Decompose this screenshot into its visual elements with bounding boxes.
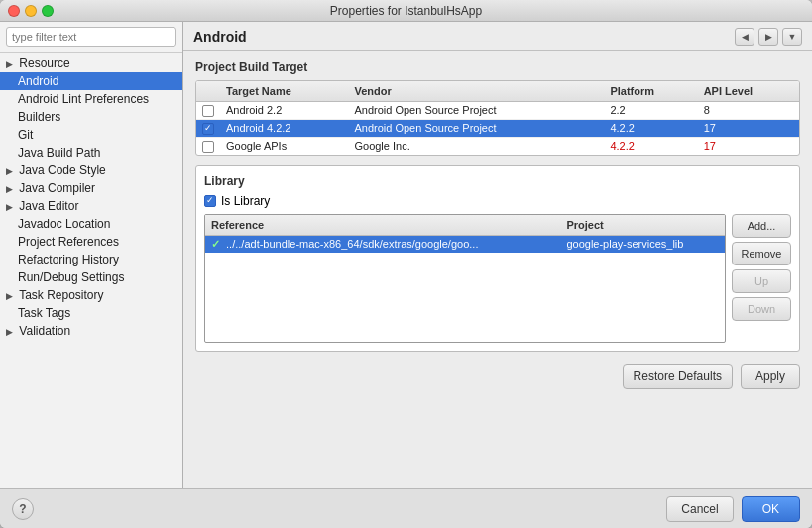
- library-section: Library Is Library Reference Project: [195, 165, 800, 352]
- sidebar-item-label: Java Compiler: [19, 181, 95, 195]
- arrow-icon: ▶: [6, 287, 16, 304]
- table-row[interactable]: Android 4.2.2 Android Open Source Projec…: [196, 119, 799, 137]
- up-button[interactable]: Up: [732, 269, 791, 293]
- sidebar-item-git[interactable]: Git: [0, 126, 182, 144]
- table-row[interactable]: Google APIs Google Inc. 4.2.2 17: [196, 137, 799, 155]
- checkbox-checked-icon: [202, 123, 214, 135]
- sidebar-item-android-lint[interactable]: Android Lint Preferences: [0, 90, 182, 108]
- title-bar: Properties for IstanbulHsApp: [0, 0, 812, 22]
- close-button[interactable]: [8, 5, 20, 17]
- panel-footer-buttons: Restore Defaults Apply: [195, 364, 800, 389]
- row-check-cell: [196, 119, 220, 137]
- arrow-icon: ▶: [6, 55, 16, 72]
- sidebar-item-label: Java Build Path: [18, 146, 100, 159]
- ok-button[interactable]: OK: [742, 496, 800, 522]
- row-platform: 2.2: [604, 101, 697, 119]
- row-target-name: Android 4.2.2: [220, 119, 348, 137]
- sidebar-item-run-debug-settings[interactable]: Run/Debug Settings: [0, 268, 182, 286]
- sidebar: ▶ Resource Android Android Lint Preferen…: [0, 22, 183, 488]
- maximize-button[interactable]: [42, 5, 54, 17]
- restore-defaults-button[interactable]: Restore Defaults: [623, 364, 733, 389]
- lib-table-container: Reference Project ✓ ../../adt-bundle-mac…: [204, 214, 726, 343]
- sidebar-item-refactoring-history[interactable]: Refactoring History: [0, 251, 182, 268]
- panel-nav-next[interactable]: ▶: [758, 28, 778, 46]
- sidebar-item-label: Project References: [18, 235, 119, 249]
- sidebar-item-builders[interactable]: Builders: [0, 108, 182, 126]
- col-api-level: API Level: [698, 81, 799, 101]
- main-content: ▶ Resource Android Android Lint Preferen…: [0, 22, 812, 488]
- build-target-section: Target Name Vendor Platform API Level: [195, 80, 800, 156]
- right-panel: Android ◀ ▶ ▼ Project Build Target Targ: [183, 22, 812, 488]
- add-button[interactable]: Add...: [732, 214, 791, 238]
- window-title: Properties for IstanbulHsApp: [330, 4, 482, 18]
- sidebar-item-label: Javadoc Location: [18, 217, 110, 231]
- row-platform: 4.2.2: [604, 119, 697, 137]
- bottom-left: ?: [12, 498, 34, 520]
- sidebar-item-java-editor[interactable]: ▶ Java Editor: [0, 197, 182, 215]
- panel-body: Project Build Target Target Name Vendor …: [183, 51, 812, 488]
- row-target-name: Google APIs: [220, 137, 348, 155]
- sidebar-item-validation[interactable]: ▶ Validation: [0, 322, 182, 340]
- row-api: 8: [698, 101, 799, 119]
- col-target-name: Target Name: [220, 81, 348, 101]
- sidebar-item-label: Android: [18, 74, 58, 88]
- apply-button[interactable]: Apply: [741, 364, 800, 389]
- is-library-label: Is Library: [221, 194, 270, 208]
- lib-table-wrap: Reference Project ✓ ../../adt-bundle-mac…: [204, 214, 791, 343]
- sidebar-item-label: Java Code Style: [19, 163, 105, 177]
- row-check-cell: [196, 137, 220, 155]
- row-target-name: Android 2.2: [220, 101, 348, 119]
- panel-header: Android ◀ ▶ ▼: [183, 22, 812, 51]
- target-table: Target Name Vendor Platform API Level: [196, 81, 799, 155]
- sidebar-item-label: Java Editor: [19, 199, 78, 213]
- sidebar-item-java-compiler[interactable]: ▶ Java Compiler: [0, 179, 182, 197]
- sidebar-item-label: Run/Debug Settings: [18, 270, 124, 284]
- sidebar-tree: ▶ Resource Android Android Lint Preferen…: [0, 53, 182, 488]
- panel-controls: ◀ ▶ ▼: [735, 28, 802, 46]
- lib-table-row[interactable]: ✓ ../../adt-bundle-mac-x86_64/sdk/extras…: [205, 235, 725, 253]
- row-vendor: Android Open Source Project: [348, 101, 604, 119]
- green-check-icon: ✓: [211, 238, 220, 250]
- col-check: [196, 81, 220, 101]
- build-target-label: Project Build Target: [195, 60, 800, 74]
- sidebar-item-label: Builders: [18, 110, 60, 124]
- checkbox-icon: [202, 141, 214, 153]
- row-check-cell: [196, 101, 220, 119]
- sidebar-item-android[interactable]: Android: [0, 72, 182, 90]
- col-reference: Reference: [205, 215, 560, 235]
- down-button[interactable]: Down: [732, 297, 791, 321]
- remove-button[interactable]: Remove: [732, 242, 791, 265]
- properties-window: Properties for IstanbulHsApp ▶ Resource …: [0, 0, 812, 528]
- bottom-bar: ? Cancel OK: [0, 488, 812, 528]
- panel-title: Android: [193, 29, 247, 45]
- table-row[interactable]: Android 2.2 Android Open Source Project …: [196, 101, 799, 119]
- sidebar-item-task-tags[interactable]: Task Tags: [0, 304, 182, 322]
- lib-reference: ✓ ../../adt-bundle-mac-x86_64/sdk/extras…: [205, 235, 560, 253]
- panel-nav-prev[interactable]: ◀: [735, 28, 754, 46]
- sidebar-item-resource[interactable]: ▶ Resource: [0, 54, 182, 72]
- sidebar-item-project-references[interactable]: Project References: [0, 233, 182, 251]
- cancel-button[interactable]: Cancel: [666, 496, 733, 522]
- row-vendor: Android Open Source Project: [348, 119, 604, 137]
- sidebar-item-java-build-path[interactable]: Java Build Path: [0, 144, 182, 161]
- is-library-row: Is Library: [204, 194, 791, 208]
- sidebar-item-java-code-style[interactable]: ▶ Java Code Style: [0, 161, 182, 179]
- col-platform: Platform: [604, 81, 697, 101]
- checkbox-icon: [202, 105, 214, 117]
- panel-menu[interactable]: ▼: [782, 28, 802, 46]
- lib-project: google-play-services_lib: [560, 235, 725, 253]
- sidebar-item-label: Git: [18, 128, 33, 142]
- help-button[interactable]: ?: [12, 498, 34, 520]
- is-library-checkbox[interactable]: [204, 195, 216, 207]
- row-vendor: Google Inc.: [348, 137, 604, 155]
- sidebar-item-javadoc-location[interactable]: Javadoc Location: [0, 215, 182, 233]
- library-label: Library: [204, 174, 791, 188]
- arrow-icon: ▶: [6, 162, 16, 179]
- sidebar-item-task-repository[interactable]: ▶ Task Repository: [0, 286, 182, 304]
- filter-input[interactable]: [6, 27, 176, 47]
- col-project: Project: [560, 215, 725, 235]
- minimize-button[interactable]: [25, 5, 37, 17]
- sidebar-item-label: Task Tags: [18, 306, 70, 320]
- lib-buttons: Add... Remove Up Down: [732, 214, 791, 343]
- sidebar-item-label: Android Lint Preferences: [18, 92, 149, 106]
